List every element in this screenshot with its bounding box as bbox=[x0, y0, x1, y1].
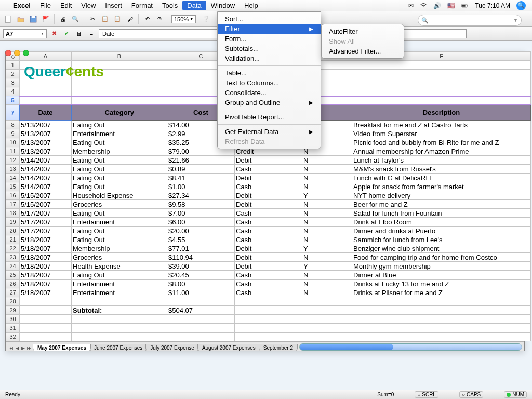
spotlight-icon[interactable]: 🔍 bbox=[513, 0, 529, 11]
cell-category[interactable]: Eating Out bbox=[72, 138, 167, 147]
row-header-23[interactable]: 23 bbox=[6, 253, 20, 262]
menuitem-get-external-data[interactable]: Get External Data▶ bbox=[218, 127, 321, 137]
cell-desc[interactable]: Sammich for lunch from Lee's bbox=[352, 235, 531, 244]
row-header-29[interactable]: 29 bbox=[6, 306, 20, 315]
cell-recurring[interactable]: N bbox=[302, 280, 352, 288]
cell-category[interactable]: Eating Out bbox=[72, 156, 167, 165]
cell-date[interactable]: 5/18/2007 bbox=[20, 271, 72, 280]
cell-category[interactable]: Entertainment bbox=[72, 129, 167, 138]
cell-date[interactable]: 5/15/2007 bbox=[20, 200, 72, 209]
cell-date[interactable]: 5/14/2007 bbox=[20, 165, 72, 174]
cell-cost[interactable]: $20.00 bbox=[167, 227, 235, 235]
volume-icon[interactable]: 🔊 bbox=[430, 1, 444, 10]
cell-desc[interactable]: Drinks at Pilsner for me and Z bbox=[352, 288, 531, 297]
preview-icon[interactable]: 🔍 bbox=[70, 14, 81, 24]
cell-date[interactable]: 5/13/2007 bbox=[20, 138, 72, 147]
cell-method[interactable]: Debit bbox=[235, 200, 302, 209]
row-header-26[interactable]: 26 bbox=[6, 280, 20, 288]
cell-cost[interactable]: $0.89 bbox=[167, 165, 235, 174]
row-header-1[interactable]: 1 bbox=[6, 61, 20, 70]
cell[interactable] bbox=[302, 324, 352, 332]
cell-cost[interactable]: $27.34 bbox=[167, 191, 235, 200]
cell-cost[interactable]: $20.45 bbox=[167, 271, 235, 280]
redo-icon[interactable]: ↷ bbox=[154, 14, 165, 24]
cell[interactable] bbox=[167, 315, 235, 324]
subtotal-value[interactable]: $504.07 bbox=[167, 306, 235, 315]
cell-category[interactable]: Entertainment bbox=[72, 280, 167, 288]
cell-desc[interactable]: Picnic food and bubbly from Bi-Rite for … bbox=[352, 138, 531, 147]
battery-icon[interactable] bbox=[458, 1, 472, 10]
cell-desc[interactable]: Video from Superstar bbox=[352, 129, 531, 138]
row-header-21[interactable]: 21 bbox=[6, 235, 20, 244]
row-header-11[interactable]: 11 bbox=[6, 147, 20, 156]
menuitem-consolidate-[interactable]: Consolidate... bbox=[218, 88, 321, 98]
row-header-3[interactable]: 3 bbox=[6, 78, 20, 87]
header-cell-Description[interactable]: Description bbox=[352, 105, 531, 121]
cell-category[interactable]: Eating Out bbox=[72, 121, 167, 129]
wifi-icon[interactable] bbox=[417, 1, 430, 10]
cell-method[interactable]: Cash bbox=[235, 165, 302, 174]
cell-method[interactable]: Cash bbox=[235, 288, 302, 297]
clock[interactable]: Tue 7:10 AM bbox=[472, 1, 513, 10]
cell-method[interactable]: Cash bbox=[235, 280, 302, 288]
cell[interactable] bbox=[352, 78, 531, 87]
cell[interactable] bbox=[352, 315, 531, 324]
cell-recurring[interactable]: N bbox=[302, 288, 352, 297]
cell-cost[interactable]: $8.41 bbox=[167, 174, 235, 182]
new-icon[interactable] bbox=[3, 14, 14, 24]
cell-cost[interactable]: $77.01 bbox=[167, 244, 235, 253]
cell-method[interactable]: Cash bbox=[235, 209, 302, 218]
subtotal-label[interactable]: Subtotal: bbox=[72, 306, 167, 315]
cell-date[interactable]: 5/13/2007 bbox=[20, 121, 72, 129]
flag-icon[interactable]: 🇺🇸 bbox=[444, 1, 458, 10]
submenuitem-autofilter[interactable]: AutoFilter bbox=[322, 26, 404, 36]
row-header-4[interactable]: 4 bbox=[6, 87, 20, 96]
cell-desc[interactable]: NYT home delivery bbox=[352, 191, 531, 200]
cell-date[interactable]: 5/14/2007 bbox=[20, 156, 72, 165]
cell[interactable] bbox=[72, 96, 167, 105]
cell-category[interactable]: Eating Out bbox=[72, 174, 167, 182]
cell-category[interactable]: Eating Out bbox=[72, 235, 167, 244]
cell-category[interactable]: Health Expense bbox=[72, 262, 167, 271]
cell-date[interactable]: 5/18/2007 bbox=[20, 244, 72, 253]
cell[interactable] bbox=[72, 324, 167, 332]
cell-recurring[interactable]: N bbox=[302, 235, 352, 244]
cell-method[interactable]: Cash bbox=[235, 271, 302, 280]
sheet-tab-4[interactable]: September 2 bbox=[259, 344, 298, 351]
cell-date[interactable]: 5/13/2007 bbox=[20, 147, 72, 156]
cell[interactable] bbox=[167, 332, 235, 341]
cell-cost[interactable]: $8.00 bbox=[167, 280, 235, 288]
menuitem-pivottable-report-[interactable]: PivotTable Report... bbox=[218, 112, 321, 122]
row-header-16[interactable]: 16 bbox=[6, 191, 20, 200]
cell-date[interactable]: 5/18/2007 bbox=[20, 235, 72, 244]
cell-recurring[interactable]: N bbox=[302, 209, 352, 218]
cell-date[interactable]: 5/14/2007 bbox=[20, 182, 72, 191]
flag-icon-tool[interactable]: 🚩 bbox=[41, 14, 51, 24]
cell-cost[interactable]: $39.00 bbox=[167, 262, 235, 271]
cell-category[interactable]: Entertainment bbox=[72, 288, 167, 297]
row-header-22[interactable]: 22 bbox=[6, 244, 20, 253]
cell[interactable] bbox=[72, 315, 167, 324]
cell[interactable] bbox=[72, 297, 167, 306]
cell-category[interactable]: Groceries bbox=[72, 200, 167, 209]
menuitem-subtotals-[interactable]: Subtotals... bbox=[218, 44, 321, 54]
cell-recurring[interactable]: N bbox=[302, 174, 352, 182]
header-cell-Date[interactable]: Date bbox=[20, 105, 72, 121]
cell[interactable] bbox=[72, 87, 167, 96]
row-header-27[interactable]: 27 bbox=[6, 288, 20, 297]
menuitem-text-to-columns-[interactable]: Text to Columns... bbox=[218, 78, 321, 88]
cell[interactable] bbox=[20, 315, 72, 324]
row-header-17[interactable]: 17 bbox=[6, 200, 20, 209]
cell-category[interactable]: Eating Out bbox=[72, 209, 167, 218]
cell-category[interactable]: Membership bbox=[72, 244, 167, 253]
menu-help[interactable]: Help bbox=[240, 1, 263, 10]
submenuitem-advanced-filter-[interactable]: Advanced Filter... bbox=[322, 46, 404, 56]
cell-category[interactable]: Eating Out bbox=[72, 271, 167, 280]
cell-date[interactable]: 5/15/2007 bbox=[20, 191, 72, 200]
cell[interactable] bbox=[352, 297, 531, 306]
menu-file[interactable]: File bbox=[35, 1, 56, 10]
cell-desc[interactable]: Apple for snack from farmer's market bbox=[352, 182, 531, 191]
cell-recurring[interactable]: N bbox=[302, 182, 352, 191]
cell[interactable] bbox=[352, 96, 531, 105]
save-icon[interactable] bbox=[28, 14, 38, 24]
